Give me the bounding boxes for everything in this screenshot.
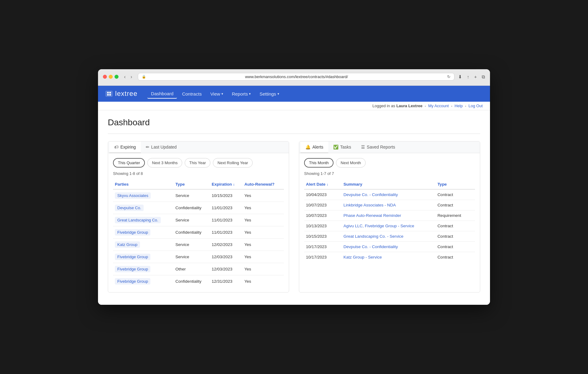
lock-icon: 🔒 <box>142 75 146 79</box>
auto-renewal-cell: Yes <box>243 263 284 275</box>
right-filter-buttons: This Month Next Month <box>304 158 475 168</box>
col-parties: Parties <box>113 179 174 189</box>
tab-tasks[interactable]: ✅ Tasks <box>328 142 356 153</box>
expiring-row: Fivebridge Group Confidentiality 12/31/2… <box>113 275 284 288</box>
summary-cell: Agivu LLC, Fivebridge Group - Service <box>341 221 435 231</box>
filter-this-quarter[interactable]: This Quarter <box>113 158 145 168</box>
minimize-button[interactable] <box>109 75 113 79</box>
list-icon: ☰ <box>361 145 365 149</box>
party-badge[interactable]: Fivebridge Group <box>115 278 150 285</box>
nav-settings[interactable]: Settings ▾ <box>256 89 283 98</box>
col-type: Type <box>174 179 210 189</box>
summary-link[interactable]: Phase Auto-Renewal Reminder <box>343 213 401 218</box>
party-badge[interactable]: Great Landscaping Co. <box>115 217 161 223</box>
summary-link[interactable]: Devpulse Co. - Confidentiality <box>343 244 398 249</box>
party-cell: Fivebridge Group <box>113 275 174 288</box>
expiring-row: Fivebridge Group Service 12/03/2023 Yes <box>113 251 284 263</box>
auto-renewal-cell: Yes <box>243 251 284 263</box>
summary-link[interactable]: Linkbridge Associates - NDA <box>343 203 396 207</box>
nav-view[interactable]: View ▾ <box>207 89 227 98</box>
browser-nav-buttons: ‹ › <box>122 74 134 80</box>
party-cell: Skyvu Associates <box>113 189 174 202</box>
help-link[interactable]: Help <box>454 104 463 108</box>
logo-text: lextree <box>115 90 138 98</box>
type-cell: Service <box>174 214 210 226</box>
alert-row: 10/07/2023 Phase Auto-Renewal Reminder R… <box>304 210 475 221</box>
alert-row: 10/04/2023 Devpulse Co. - Confidentialit… <box>304 189 475 200</box>
filter-next-month[interactable]: Next Month <box>336 158 365 168</box>
address-bar[interactable]: 🔒 www.berkmansolutions.com/lextree/contr… <box>138 73 454 81</box>
summary-cell: Linkbridge Associates - NDA <box>341 200 435 210</box>
expiring-row: Fivebridge Group Confidentiality 11/01/2… <box>113 226 284 239</box>
right-panel: 🔔 Alerts ✅ Tasks ☰ Saved Reports This Mo… <box>299 141 480 293</box>
tab-saved-reports[interactable]: ☰ Saved Reports <box>356 142 400 153</box>
logo[interactable]: lextree <box>105 90 138 98</box>
party-badge[interactable]: Fivebridge Group <box>115 254 150 260</box>
party-badge[interactable]: Katz Group <box>115 241 140 248</box>
col-expiration[interactable]: Expiration ↕ <box>210 179 243 189</box>
party-badge[interactable]: Fivebridge Group <box>115 229 150 236</box>
my-account-link[interactable]: My Account <box>428 104 449 108</box>
forward-button[interactable]: › <box>129 74 134 80</box>
logo-icon <box>105 91 113 97</box>
alerts-table: Alert Date ↕ Summary Type 10/04/2023 Dev… <box>304 179 475 262</box>
expiring-row: Fivebridge Group Other 12/03/2023 Yes <box>113 263 284 275</box>
alert-row: 10/15/2023 Great Landscaping Co. - Servi… <box>304 231 475 242</box>
share-icon[interactable]: ↑ <box>467 74 469 79</box>
download-icon[interactable]: ⬇ <box>458 74 462 80</box>
username: Laura Lextree <box>396 104 422 108</box>
filter-next-rolling-year[interactable]: Next Rolling Year <box>213 158 253 168</box>
left-panel-body: This Quarter Next 3 Months This Year Nex… <box>108 153 289 292</box>
back-button[interactable]: ‹ <box>122 74 127 80</box>
summary-link[interactable]: Great Landscaping Co. - Service <box>343 234 403 239</box>
expiring-row: Skyvu Associates Service 10/15/2023 Yes <box>113 189 284 202</box>
filter-next-3-months[interactable]: Next 3 Months <box>147 158 182 168</box>
filter-this-month[interactable]: This Month <box>304 158 334 168</box>
nav-reports[interactable]: Reports ▾ <box>228 89 255 98</box>
alert-date-cell: 10/07/2023 <box>304 210 341 221</box>
alert-date-cell: 10/17/2023 <box>304 242 341 252</box>
filter-this-year[interactable]: This Year <box>185 158 210 168</box>
check-circle-icon: ✅ <box>333 145 338 149</box>
nav-dashboard[interactable]: Dashboard <box>147 89 177 99</box>
summary-link[interactable]: Katz Group - Service <box>343 255 382 259</box>
col-alert-date[interactable]: Alert Date ↕ <box>304 179 341 189</box>
app-nav: lextree Dashboard Contracts View ▾ Repor… <box>98 86 490 102</box>
summary-cell: Katz Group - Service <box>341 252 435 263</box>
tab-alerts-label: Alerts <box>312 145 323 149</box>
alert-row: 10/07/2023 Linkbridge Associates - NDA C… <box>304 200 475 210</box>
alert-row: 10/13/2023 Agivu LLC, Fivebridge Group -… <box>304 221 475 231</box>
party-badge[interactable]: Skyvu Associates <box>115 192 151 199</box>
party-badge[interactable]: Fivebridge Group <box>115 266 150 272</box>
nav-reports-label: Reports <box>232 91 248 96</box>
view-chevron: ▾ <box>221 92 223 96</box>
maximize-button[interactable] <box>115 75 119 79</box>
nav-dashboard-label: Dashboard <box>151 91 173 96</box>
nav-contracts[interactable]: Contracts <box>178 89 205 98</box>
windows-icon[interactable]: ⧉ <box>482 74 485 80</box>
tab-expiring[interactable]: 🏷 Expiring <box>109 142 141 153</box>
close-button[interactable] <box>103 75 107 79</box>
party-badge[interactable]: Devpulse Co. <box>115 205 144 211</box>
tab-last-updated[interactable]: ✏ Last Updated <box>141 142 182 153</box>
alert-type-cell: Contract <box>435 221 475 231</box>
browser-action-buttons: ⬇ ↑ + ⧉ <box>458 74 485 80</box>
summary-link[interactable]: Agivu LLC, Fivebridge Group - Service <box>343 224 414 228</box>
logged-in-prefix: Logged in as <box>372 104 396 108</box>
left-panel-tabs: 🏷 Expiring ✏ Last Updated <box>108 142 289 153</box>
alert-date-cell: 10/17/2023 <box>304 252 341 263</box>
new-tab-icon[interactable]: + <box>474 74 477 79</box>
summary-cell: Devpulse Co. - Confidentiality <box>341 242 435 252</box>
tab-alerts[interactable]: 🔔 Alerts <box>300 142 328 153</box>
type-cell: Confidentiality <box>174 202 210 214</box>
expiration-cell: 12/02/2023 <box>210 239 243 251</box>
logout-link[interactable]: Log Out <box>469 104 483 108</box>
type-cell: Confidentiality <box>174 226 210 239</box>
auto-renewal-cell: Yes <box>243 226 284 239</box>
refresh-icon[interactable]: ↻ <box>447 74 450 79</box>
expiration-cell: 12/03/2023 <box>210 251 243 263</box>
right-panel-body: This Month Next Month Showing 1-7 of 7 A… <box>299 153 480 267</box>
nav-settings-label: Settings <box>259 91 276 96</box>
summary-link[interactable]: Devpulse Co. - Confidentiality <box>343 192 398 197</box>
page-divider <box>108 134 480 134</box>
